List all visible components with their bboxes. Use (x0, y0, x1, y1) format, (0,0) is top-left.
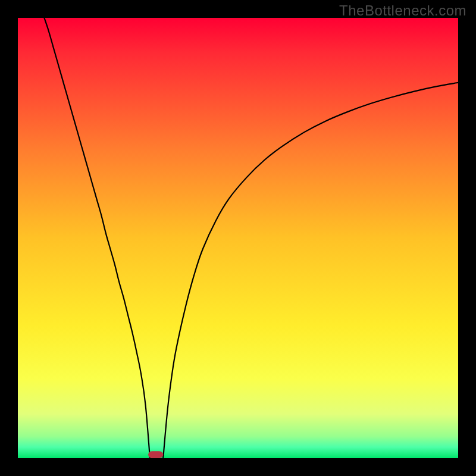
watermark-text: TheBottleneck.com (339, 2, 466, 19)
chart-svg (0, 0, 476, 476)
chart-frame: TheBottleneck.com (0, 0, 476, 476)
minimum-marker (148, 451, 163, 458)
plot-background (18, 18, 458, 458)
